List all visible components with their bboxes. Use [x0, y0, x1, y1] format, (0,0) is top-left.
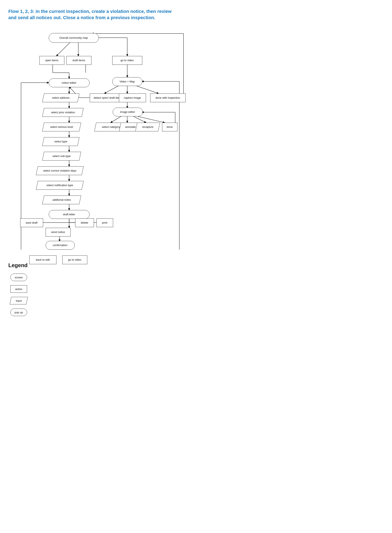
svg-line-32 [135, 86, 159, 93]
node-done-with-inspection: done with inspection [150, 93, 186, 102]
node-done-img: done [162, 123, 177, 131]
node-select-correct-violation-days: select correct violation days [36, 166, 84, 175]
node-save-draft: save draft [20, 218, 43, 227]
diagram: Overall community map open items draft i… [9, 29, 188, 250]
node-recapture: recapture [135, 123, 160, 131]
node-select-type: select type [42, 137, 79, 146]
node-additional-notes: additonal notes [42, 195, 81, 204]
legend: Legend screen action input pop up [8, 262, 188, 316]
legend-item-input: input [10, 297, 188, 304]
node-capture-image: capture image [119, 93, 146, 102]
node-select-address: select address [42, 93, 79, 102]
node-go-to-video: go to video [112, 56, 142, 65]
node-confirmation: confirmation [46, 241, 75, 250]
legend-input-shape: input [9, 297, 28, 304]
node-notice-editor: notice editor [49, 79, 89, 87]
node-draft-items: draft items [66, 56, 91, 65]
node-draft-letter: draft letter [49, 210, 89, 219]
node-send-notice: send notice [46, 228, 71, 236]
legend-item-screen: screen [10, 273, 188, 281]
legend-action-shape: action [10, 285, 27, 293]
svg-line-30 [104, 86, 119, 93]
svg-line-36 [134, 116, 146, 123]
legend-popup-shape: pop up [10, 309, 27, 316]
svg-line-37 [138, 116, 165, 123]
legend-item-action: action [10, 285, 188, 293]
legend-item-popup: pop up [10, 309, 188, 316]
node-select-prior-violation: select prior violation [42, 108, 84, 117]
node-select-notification-type: select notification type [36, 181, 84, 190]
node-delete: delete [75, 218, 94, 227]
node-print: print [96, 218, 113, 227]
node-video-map: Video + Map [112, 77, 142, 86]
legend-items: screen action input pop up [10, 273, 188, 316]
node-back-to-edit: back to edit [29, 255, 56, 264]
legend-screen-shape: screen [10, 273, 27, 281]
svg-line-0 [56, 42, 70, 56]
node-select-sub-type: select sub-type [42, 152, 81, 161]
legend-input-wrap: input [10, 297, 27, 304]
node-open-items: open items [39, 56, 64, 65]
page-title: Flow 1, 2, 3: in the current inspection,… [8, 8, 179, 21]
node-image-editor: image editor [113, 108, 143, 116]
node-overall-community-map: Overall community map [49, 33, 99, 43]
node-select-serious-level: select serious level [42, 123, 81, 131]
svg-line-34 [111, 116, 121, 123]
diagram-svg [9, 29, 188, 250]
node-go-to-video2: go to video [62, 255, 87, 264]
